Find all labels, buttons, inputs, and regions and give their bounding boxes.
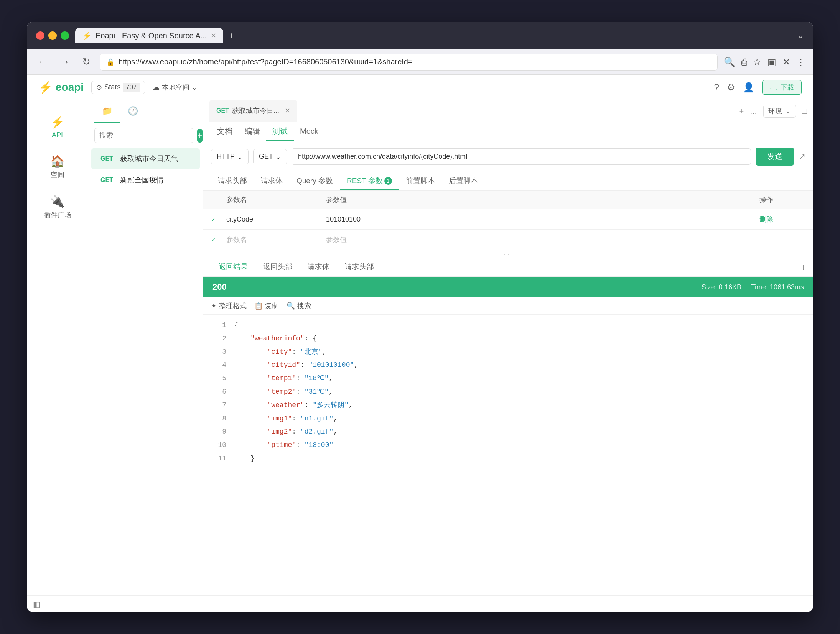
sidebar-toggle-icon: ◧: [33, 600, 40, 609]
reload-button[interactable]: ↻: [79, 54, 94, 69]
api-panel-tab-history[interactable]: 🕐: [120, 100, 146, 123]
api-panel-tab-folder[interactable]: 📁: [94, 100, 120, 123]
params-tab-pre-script[interactable]: 前置脚本: [399, 172, 442, 190]
workspace-button[interactable]: ☁ 本地空间 ⌄: [153, 83, 198, 92]
protocol-selector[interactable]: HTTP ⌄: [211, 149, 249, 164]
download-result-icon[interactable]: ↓: [801, 262, 805, 272]
sidebar-item-space[interactable]: 🏠 空间: [27, 148, 88, 186]
tab-title: Eoapi - Easy & Open Source A...: [96, 31, 207, 40]
github-button[interactable]: ⊙ Stars 707: [91, 81, 145, 94]
env-selector[interactable]: 环境 ⌄: [763, 105, 796, 118]
results-tab-return-body[interactable]: 返回结果: [211, 258, 255, 276]
api-item-covid-name: 新冠全国疫情: [120, 175, 164, 185]
params-row-2: ✓ 参数名 参数值: [203, 230, 813, 250]
screen-icon[interactable]: □: [802, 106, 807, 116]
api-add-button[interactable]: +: [197, 129, 203, 143]
sub-nav-doc[interactable]: 文档: [211, 122, 239, 141]
content-area: GET 获取城市今日... ✕ + ... 环境 ⌄ □: [203, 100, 813, 595]
url-input[interactable]: [292, 148, 751, 165]
results-tab-return-header[interactable]: 返回头部: [255, 258, 300, 276]
copy-label: 复制: [265, 301, 279, 310]
params-tab-rest[interactable]: REST 参数 1: [340, 172, 399, 190]
profile-icon[interactable]: ✕: [782, 57, 790, 67]
content-tab-title: 获取城市今日...: [232, 106, 279, 115]
results-tabs: 返回结果 返回头部 请求体 请求头部 ↓: [203, 258, 813, 277]
github-icon: ⊙: [96, 83, 102, 92]
add-tab-icon[interactable]: +: [739, 106, 744, 116]
settings-icon[interactable]: ⚙: [727, 82, 735, 93]
sub-nav-mock[interactable]: Mock: [294, 122, 324, 141]
content-tab-active[interactable]: GET 获取城市今日... ✕: [209, 100, 297, 122]
minimize-button[interactable]: [48, 31, 57, 40]
api-item-weather[interactable]: GET 获取城市今日天气: [91, 148, 200, 169]
params-col-action: 操作: [759, 195, 805, 204]
more-icon[interactable]: ...: [750, 106, 757, 116]
sidebar-item-plugin-label: 插件广场: [44, 210, 71, 220]
home-icon: 🏠: [50, 154, 64, 168]
download-button[interactable]: ↓ ↓ 下载: [762, 80, 802, 95]
sidebar-item-api[interactable]: ⚡ API: [27, 109, 88, 145]
tab-actions: + ... 环境 ⌄ □: [739, 105, 807, 118]
copy-button[interactable]: 📋 复制: [254, 301, 279, 310]
method-selector[interactable]: GET ⌄: [253, 149, 287, 164]
params-row-1: ✓ cityCode 101010100 删除: [203, 209, 813, 230]
code-view: 1 { 2 "weatherinfo": { 3 "city": "北京",: [203, 315, 813, 595]
status-code: 200: [212, 282, 227, 292]
params-tab-query[interactable]: Query 参数: [290, 172, 340, 190]
tab-close-icon[interactable]: ✕: [211, 31, 216, 40]
params-row-2-value-placeholder: 参数值: [326, 235, 759, 244]
params-tab-req-body[interactable]: 请求体: [254, 172, 290, 190]
url-text: https://www.eoapi.io/zh/home/api/http/te…: [119, 57, 413, 66]
params-row-2-checkbox[interactable]: ✓: [211, 236, 226, 243]
plugin-icon: 🔌: [50, 195, 64, 208]
sidebar-item-space-label: 空间: [51, 170, 64, 179]
help-icon[interactable]: ?: [714, 82, 719, 93]
api-search-input[interactable]: [94, 128, 193, 143]
params-tab-post-script[interactable]: 后置脚本: [442, 172, 485, 190]
params-row-1-value: 101010100: [326, 215, 759, 223]
new-tab-button[interactable]: +: [225, 30, 238, 42]
params-row-1-checkbox[interactable]: ✓: [211, 216, 226, 223]
params-tab-req-header[interactable]: 请求头部: [211, 172, 254, 190]
drag-divider[interactable]: · · ·: [203, 250, 813, 258]
protocol-chevron-icon: ⌄: [237, 153, 243, 161]
address-bar: ← → ↻ 🔒 https://www.eoapi.io/zh/home/api…: [27, 49, 813, 75]
params-table: 参数名 参数值 操作 ✓ cityCode 101010100 删除 ✓ 参数名…: [203, 191, 813, 250]
forward-button[interactable]: →: [57, 54, 73, 69]
content-tab-method: GET: [216, 107, 229, 114]
title-bar: ⚡ Eoapi - Easy & Open Source A... ✕ + ⌄: [27, 22, 813, 49]
results-tab-req-header[interactable]: 请求头部: [337, 258, 382, 276]
code-line-8: 8 "img1": "n1.gif",: [203, 412, 813, 425]
user-icon[interactable]: 👤: [743, 82, 754, 93]
menu-icon[interactable]: ⋮: [796, 57, 805, 67]
bookmark-icon[interactable]: ☆: [753, 57, 761, 67]
params-row-1-delete[interactable]: 删除: [759, 215, 805, 224]
code-line-10: 10 "ptime": "18:00": [203, 439, 813, 452]
sub-nav-edit[interactable]: 编辑: [239, 122, 266, 141]
active-tab[interactable]: ⚡ Eoapi - Easy & Open Source A... ✕: [75, 28, 223, 43]
back-button[interactable]: ←: [35, 54, 51, 69]
format-button[interactable]: ✦ 整理格式: [211, 301, 247, 310]
method-badge-get-2: GET: [97, 176, 116, 184]
sub-nav-test[interactable]: 测试: [266, 122, 294, 141]
api-item-covid[interactable]: GET 新冠全国疫情: [91, 170, 200, 191]
search-icon[interactable]: 🔍: [724, 57, 735, 67]
close-button[interactable]: [36, 31, 44, 40]
code-line-11: 11 }: [203, 452, 813, 465]
maximize-button[interactable]: [61, 31, 69, 40]
send-button[interactable]: 发送: [756, 148, 794, 166]
share-icon[interactable]: ⎙: [741, 57, 747, 67]
expand-icon[interactable]: ⤢: [799, 152, 805, 162]
results-tab-req-body[interactable]: 请求体: [300, 258, 337, 276]
format-icon: ✦: [211, 302, 217, 310]
url-bar[interactable]: 🔒 https://www.eoapi.io/zh/home/api/http/…: [100, 54, 718, 71]
format-label: 整理格式: [219, 301, 247, 310]
split-icon[interactable]: ▣: [768, 57, 776, 67]
results-actions: ↓: [801, 262, 805, 272]
status-meta: Size: 0.16KB Time: 1061.63ms: [702, 283, 804, 291]
sidebar-item-plugin[interactable]: 🔌 插件广场: [27, 189, 88, 226]
rest-params-badge: 1: [384, 177, 392, 185]
search-code-button[interactable]: 🔍 搜索: [287, 301, 311, 310]
bottom-toggle-button[interactable]: ◧: [27, 595, 813, 612]
content-tab-close-icon[interactable]: ✕: [285, 107, 290, 115]
